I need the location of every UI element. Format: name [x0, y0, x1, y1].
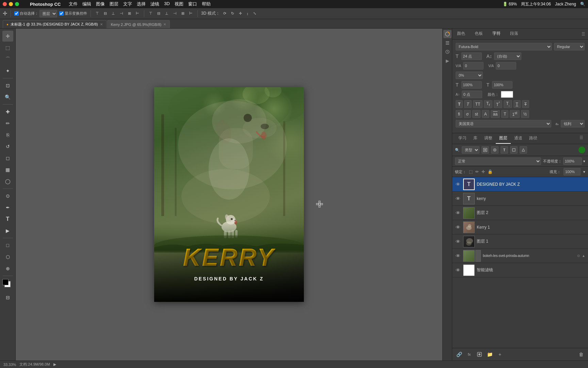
- tab-layers[interactable]: 图层: [496, 133, 511, 144]
- ordinal-btn[interactable]: 1st: [510, 110, 519, 118]
- maximize-button[interactable]: [15, 2, 19, 6]
- zoom-tool[interactable]: ⊕: [2, 263, 13, 274]
- history-panel-icon[interactable]: [443, 48, 452, 56]
- menu-view[interactable]: 视图: [175, 1, 183, 7]
- distribute-btn2[interactable]: ⊟: [156, 11, 162, 16]
- tab-channels[interactable]: 通道: [511, 133, 526, 144]
- history-tool[interactable]: ↺: [2, 141, 13, 152]
- language-select[interactable]: 美国英语: [456, 120, 551, 127]
- lock-all-btn[interactable]: 🔒: [488, 169, 493, 174]
- color-swatches[interactable]: [2, 279, 13, 290]
- menu-3d[interactable]: 3D: [164, 1, 170, 7]
- auto-select-dropdown[interactable]: 图层: [39, 10, 57, 17]
- eraser-tool[interactable]: ◻: [2, 153, 13, 164]
- layer-new-btn[interactable]: +: [496, 350, 504, 358]
- discretionary-btn[interactable]: A: [482, 110, 489, 118]
- quick-mask-btn[interactable]: ⊟: [2, 292, 13, 303]
- path-select-tool[interactable]: ▶: [2, 225, 13, 236]
- color-panel-icon[interactable]: [443, 30, 452, 38]
- tab-swatches[interactable]: 色板: [470, 29, 488, 39]
- close-tab-kerry2[interactable]: ✕: [163, 22, 166, 26]
- blur-tool[interactable]: ◯: [2, 176, 13, 187]
- tab-library[interactable]: 库: [470, 133, 481, 144]
- close-tab-untitled[interactable]: ✕: [100, 22, 103, 26]
- align-vcenter-btn[interactable]: ⊟: [102, 11, 108, 16]
- menu-filter[interactable]: 滤镜: [150, 1, 159, 7]
- tab-color[interactable]: 颜色: [452, 29, 470, 39]
- brush-tool[interactable]: ✏: [2, 118, 13, 129]
- close-button[interactable]: [3, 2, 7, 6]
- vscale-input[interactable]: [492, 81, 512, 89]
- panel-menu-icon[interactable]: ☰: [579, 30, 588, 38]
- 3d-roll-btn[interactable]: ↻: [230, 11, 235, 16]
- layer-fx-btn[interactable]: fx: [465, 350, 473, 358]
- tab-character[interactable]: 字符: [488, 29, 505, 39]
- tab-untitled[interactable]: ● 未标题-1 @ 33.3% (DESIGNED BY JACK Z, RGB…: [3, 20, 107, 28]
- layers-panel-icon[interactable]: [443, 39, 452, 47]
- visibility-bokeh[interactable]: 👁: [455, 253, 461, 259]
- magic-wand-tool[interactable]: ✦: [2, 65, 13, 76]
- bold-btn[interactable]: T: [456, 100, 463, 108]
- doc-size-arrow[interactable]: ▶: [53, 362, 56, 367]
- align-hcenter-btn[interactable]: ⊞: [127, 11, 132, 16]
- distribute-btn1[interactable]: ⊤: [148, 11, 154, 16]
- lasso-tool[interactable]: ⌒: [2, 54, 13, 65]
- show-transform-checkbox[interactable]: 显示变换控件: [59, 11, 87, 16]
- layer-delete-btn[interactable]: 🗑: [577, 350, 585, 358]
- menu-file[interactable]: 文件: [69, 1, 78, 7]
- sub-btn[interactable]: T,: [504, 100, 512, 108]
- oldstyle-btn[interactable]: σ: [464, 110, 471, 118]
- 3d-rotate-btn[interactable]: ⟳: [222, 11, 228, 16]
- distribute-btn6[interactable]: ⊢: [188, 11, 194, 16]
- fill-chevron[interactable]: ▾: [583, 170, 585, 174]
- layer-item-bokeh[interactable]: 👁 bokeh-les-svet-priroda-autumn ⊙ ▲: [452, 249, 588, 263]
- move-tool[interactable]: ✛: [2, 31, 13, 42]
- blend-mode-select[interactable]: 正常: [455, 157, 541, 165]
- kerning-input[interactable]: [463, 62, 484, 70]
- fill-input[interactable]: [564, 168, 581, 175]
- smallcaps-btn[interactable]: Tr: [484, 100, 492, 108]
- layer-mask-btn[interactable]: [475, 350, 484, 358]
- font-family-select[interactable]: Futura-Bold: [456, 43, 552, 50]
- opacity-chevron[interactable]: ▾: [583, 159, 585, 164]
- underline-btn[interactable]: T: [513, 100, 521, 108]
- tab-learn[interactable]: 学习: [455, 133, 470, 144]
- layer-group-btn[interactable]: 📁: [486, 350, 494, 358]
- align-right-btn[interactable]: ⊢: [134, 11, 141, 16]
- tab-adjustments[interactable]: 调整: [481, 133, 496, 144]
- menu-help[interactable]: 帮助: [202, 1, 211, 7]
- layer-item-layer1[interactable]: 👁 图层 1: [452, 234, 588, 249]
- opacity-input[interactable]: [563, 157, 582, 165]
- hscale-input[interactable]: [461, 81, 482, 89]
- 3d-pan-btn[interactable]: ✛: [238, 11, 243, 16]
- layers-panel-menu[interactable]: ☰: [577, 133, 585, 144]
- crop-tool[interactable]: ⊡: [2, 80, 13, 91]
- super-btn[interactable]: T°: [494, 100, 502, 108]
- filter-adjustment-btn[interactable]: [491, 146, 499, 154]
- layer-item-kerry1[interactable]: 👁 Kerry 1: [452, 220, 588, 234]
- strike-btn[interactable]: T: [522, 100, 529, 108]
- font-size-input[interactable]: [461, 52, 482, 60]
- tab-paragraph[interactable]: 段落: [505, 29, 523, 39]
- align-bottom-btn[interactable]: ⊥: [110, 11, 116, 16]
- menu-text[interactable]: 文字: [123, 1, 132, 7]
- layer-expand-icon[interactable]: ▲: [582, 254, 585, 258]
- selection-tool[interactable]: ⬚: [2, 42, 13, 53]
- layer-item-smart[interactable]: 👁 智能滤镜: [452, 263, 588, 277]
- tab-kerry2[interactable]: Kerry 2.JPG @ 65.9%(RGB/8) ✕: [107, 20, 170, 28]
- visibility-layer2[interactable]: 👁: [455, 210, 461, 216]
- gradient-tool[interactable]: ▦: [2, 164, 13, 175]
- leading-select[interactable]: (自动): [494, 52, 521, 60]
- layer-item-kerry[interactable]: 👁 T kerry: [452, 191, 588, 206]
- traffic-lights[interactable]: [3, 2, 19, 6]
- visibility-kerry1[interactable]: 👁: [455, 224, 461, 230]
- layer-item-designed[interactable]: 👁 T DESIGNED BY JACK Z: [452, 177, 588, 191]
- visibility-layer1[interactable]: 👁: [455, 239, 461, 245]
- swash-btn[interactable]: aa: [491, 110, 500, 118]
- hscale-select[interactable]: 0%: [456, 72, 483, 79]
- aa-method-select[interactable]: 锐利: [561, 120, 585, 127]
- pen-tool[interactable]: ✒: [2, 202, 13, 213]
- lock-move-btn[interactable]: ✛: [481, 169, 485, 174]
- auto-select-checkbox[interactable]: 自动选择： 图层: [14, 10, 57, 17]
- stylistic-btn[interactable]: st: [472, 110, 480, 118]
